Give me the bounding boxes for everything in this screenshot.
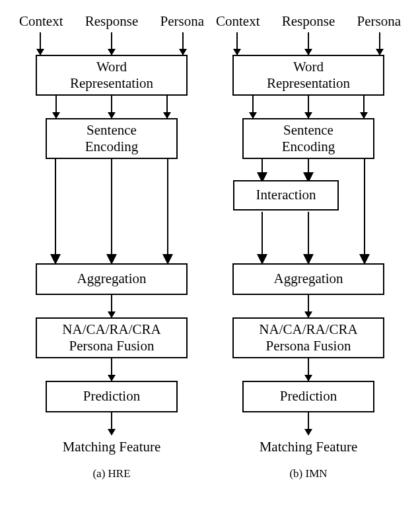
input-persona: Persona	[160, 13, 205, 30]
input-context: Context	[19, 13, 63, 30]
label: Aggregation	[37, 271, 186, 287]
input-persona: Persona	[357, 13, 402, 30]
label: NA/CA/RA/CRA	[37, 321, 186, 338]
column-imn: Context Response Persona Word Representa…	[216, 13, 401, 480]
box-aggregation: Aggregation	[36, 263, 188, 295]
arrows-sent-to-aggr	[32, 159, 191, 263]
arrows-inputs-to-word	[236, 32, 380, 55]
arrows-inputs-to-word	[40, 32, 184, 55]
column-hre: Context Response Persona Word Representa…	[19, 13, 204, 480]
arrow-fusion-to-pred	[46, 358, 178, 381]
label: Word	[37, 59, 186, 75]
label: Persona Fusion	[37, 338, 186, 354]
box-sentence-encoding: Sentence Encoding	[242, 118, 374, 159]
arrow-aggr-to-fusion	[242, 295, 374, 317]
box-aggregation: Aggregation	[232, 263, 384, 295]
arrows-word-to-sent	[55, 96, 168, 118]
box-sentence-encoding: Sentence Encoding	[46, 118, 178, 159]
label: Word	[234, 59, 383, 75]
box-persona-fusion: NA/CA/RA/CRA Persona Fusion	[232, 317, 384, 358]
label: Interaction	[234, 187, 337, 203]
label: Representation	[37, 75, 186, 92]
arrows-word-to-sent	[252, 96, 365, 118]
input-response: Response	[282, 13, 335, 30]
label: Persona Fusion	[234, 338, 383, 354]
label: Prediction	[47, 388, 176, 405]
label: NA/CA/RA/CRA	[234, 321, 383, 338]
box-interaction: Interaction	[233, 180, 339, 211]
label: Representation	[234, 75, 383, 92]
input-response: Response	[85, 13, 139, 30]
arrow-aggr-to-fusion	[46, 295, 178, 317]
arrows-sent-interaction-aggr: Interaction	[223, 159, 394, 263]
box-persona-fusion: NA/CA/RA/CRA Persona Fusion	[36, 317, 188, 358]
label: Sentence	[244, 122, 373, 139]
inputs-row: Context Response Persona	[19, 13, 204, 30]
box-prediction: Prediction	[46, 381, 178, 412]
label: Encoding	[47, 139, 176, 155]
box-word-representation: Word Representation	[232, 55, 384, 96]
output-label: Matching Feature	[260, 439, 358, 455]
label: Encoding	[244, 139, 373, 155]
label: Aggregation	[234, 271, 383, 287]
input-context: Context	[216, 13, 260, 30]
label: Prediction	[244, 388, 373, 405]
output-label: Matching Feature	[63, 439, 161, 455]
arrow-pred-to-output	[242, 412, 374, 435]
diagram-container: Context Response Persona Word Representa…	[7, 13, 413, 480]
label: Sentence	[47, 122, 176, 139]
arrow-pred-to-output	[46, 412, 178, 435]
box-prediction: Prediction	[242, 381, 374, 412]
arrow-fusion-to-pred	[242, 358, 374, 381]
caption-hre: (a) HRE	[92, 467, 130, 480]
box-word-representation: Word Representation	[36, 55, 188, 96]
inputs-row: Context Response Persona	[216, 13, 401, 30]
caption-imn: (b) IMN	[289, 467, 327, 480]
